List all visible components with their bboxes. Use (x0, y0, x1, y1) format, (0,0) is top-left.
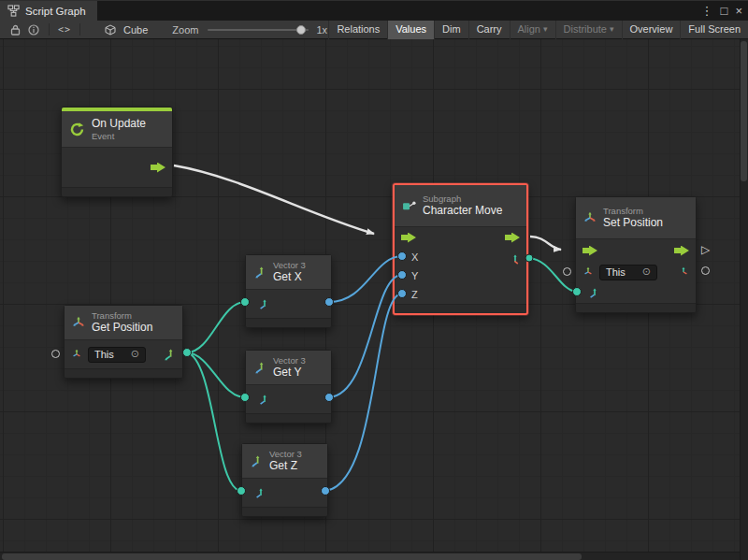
object-picker-icon[interactable]: ⊙ (642, 266, 651, 277)
flow-output-port[interactable] (674, 246, 689, 256)
node-title: On Update (92, 117, 146, 131)
node-type: Transform (92, 310, 152, 321)
relations-button[interactable]: Relations (328, 21, 387, 39)
graph-canvas[interactable]: On Update Event Transform Get Positi (0, 39, 748, 560)
transform-output-icon (678, 266, 689, 278)
this-field[interactable]: This ⊙ (599, 265, 657, 280)
wire-gety-to-y[interactable] (329, 275, 402, 397)
window-tab-bar: Script Graph ⋮ □ × (0, 0, 748, 21)
this-field-value: This (606, 266, 626, 278)
vector3-port-icon (253, 487, 266, 499)
node-footer (242, 507, 327, 516)
distribute-dropdown[interactable]: Distribute ▾ (555, 21, 622, 39)
port-label-x: X (411, 251, 418, 263)
this-input-port[interactable] (563, 267, 571, 276)
node-title: Get Position (92, 321, 152, 335)
node-footer (65, 368, 182, 378)
node-get-x[interactable]: Vector 3 Get X (245, 254, 332, 328)
node-footer (246, 318, 331, 327)
node-get-y[interactable]: Vector 3 Get Y (245, 350, 332, 424)
vector3-port-icon (257, 394, 269, 406)
horizontal-scrollbar[interactable] (0, 552, 740, 560)
vertical-scrollbar[interactable] (740, 39, 748, 560)
transform-port-icon (583, 266, 594, 278)
info-icon[interactable] (24, 21, 43, 39)
vertical-scrollbar-thumb[interactable] (741, 41, 747, 181)
flow-continuation-port[interactable]: ▷ (701, 244, 710, 255)
node-get-position[interactable]: Transform Get Position This ⊙ (64, 305, 183, 379)
tab-script-graph[interactable]: Script Graph (0, 1, 97, 21)
wire-getz-to-z[interactable] (325, 294, 402, 491)
node-footer (246, 413, 331, 423)
node-subtitle: Event (92, 131, 146, 141)
wire-getposition-to-getx[interactable] (187, 302, 245, 352)
node-footer (62, 187, 172, 196)
node-type: Vector 3 (273, 260, 306, 270)
lock-icon[interactable] (6, 21, 24, 39)
wire-charactermove-to-setposition-flow[interactable] (530, 237, 561, 250)
zoom-slider[interactable] (208, 21, 309, 39)
node-set-position[interactable]: Transform Set Position This ⊙ (575, 196, 697, 313)
window-menu-icon[interactable]: ⋮ (701, 1, 713, 22)
wire-getposition-to-gety[interactable] (187, 352, 245, 397)
port-label-y: Y (411, 270, 418, 281)
vector3-output-icon (508, 253, 520, 266)
transform-icon (583, 211, 597, 224)
zoom-slider-thumb[interactable] (296, 25, 306, 35)
toolbar-divider (49, 23, 50, 36)
cube-icon (101, 21, 120, 39)
flow-input-port[interactable] (401, 233, 416, 243)
object-picker-icon[interactable]: ⊙ (131, 349, 139, 359)
node-title: Get Y (273, 366, 306, 380)
vector3-icon (250, 454, 263, 467)
vector3-icon (253, 361, 266, 374)
code-view-icon[interactable]: <> (55, 21, 74, 39)
flow-output-port[interactable] (151, 163, 165, 173)
transform-port-icon (71, 349, 82, 360)
node-type: Vector 3 (269, 449, 302, 459)
vector3-port-icon (257, 298, 269, 310)
align-dropdown[interactable]: Align ▾ (510, 21, 555, 39)
values-button[interactable]: Values (387, 21, 434, 39)
dim-button[interactable]: Dim (434, 21, 468, 39)
node-type: Subgraph (423, 194, 502, 204)
full-screen-button[interactable]: Full Screen (680, 21, 748, 39)
node-type: Vector 3 (273, 355, 306, 366)
node-type: Transform (603, 206, 663, 216)
zoom-label: Zoom (172, 24, 198, 36)
node-footer (576, 303, 696, 312)
window-maximize-icon[interactable]: □ (721, 1, 728, 22)
carry-button[interactable]: Carry (468, 21, 510, 39)
wire-getx-to-x[interactable] (329, 256, 402, 302)
node-footer (395, 304, 526, 313)
this-field[interactable]: This ⊙ (88, 347, 146, 363)
node-character-move[interactable]: Subgraph Character Move X Y Z (393, 183, 528, 315)
port-label-z: Z (411, 289, 418, 300)
node-on-update[interactable]: On Update Event (61, 107, 173, 197)
overview-button[interactable]: Overview (622, 21, 681, 39)
distribute-label: Distribute (564, 21, 607, 38)
wire-getposition-to-getz[interactable] (187, 352, 241, 491)
zoom-slider-track[interactable] (208, 29, 309, 31)
this-field-value: This (94, 349, 114, 360)
getposition-output-port[interactable] (183, 349, 192, 357)
update-event-icon (69, 122, 85, 137)
wire-onupdate-to-charactermove[interactable] (174, 165, 374, 234)
value-continuation-port[interactable] (701, 266, 710, 275)
horizontal-scrollbar-thumb[interactable] (2, 553, 582, 560)
node-title: Get X (273, 270, 306, 284)
caret-down-icon: ▾ (610, 21, 614, 38)
tab-label: Script Graph (25, 6, 86, 17)
flow-input-port[interactable] (583, 246, 597, 256)
this-input-port[interactable] (51, 350, 60, 358)
target-object-label[interactable]: Cube (123, 24, 148, 36)
caret-down-icon: ▾ (543, 21, 548, 38)
flow-output-port[interactable] (505, 233, 520, 243)
graph-toolbar: <> Cube Zoom 1x Relations Values Dim Car… (0, 21, 748, 39)
transform-icon (72, 316, 85, 329)
align-label: Align (518, 21, 540, 38)
window-close-icon[interactable]: × (735, 1, 742, 22)
vector3-output-icon (163, 348, 176, 361)
vector3-icon (253, 266, 266, 279)
node-get-z[interactable]: Vector 3 Get Z (241, 443, 328, 517)
